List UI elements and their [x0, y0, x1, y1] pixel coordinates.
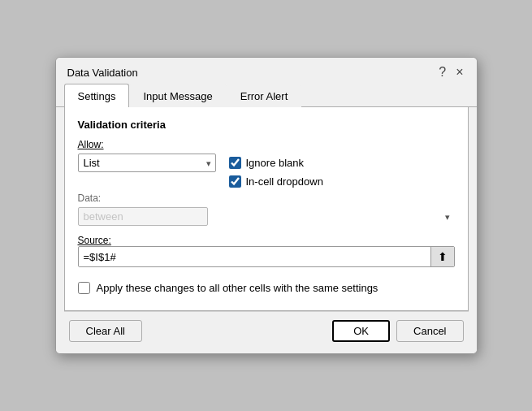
settings-content: Validation criteria Allow: List Ignore b…	[64, 107, 469, 311]
cancel-button[interactable]: Cancel	[396, 320, 463, 342]
expand-icon: ⬆	[438, 250, 448, 263]
footer: Clear All OK Cancel	[56, 312, 477, 353]
source-input[interactable]	[79, 248, 430, 266]
tab-error-alert[interactable]: Error Alert	[227, 84, 302, 107]
source-expand-button[interactable]: ⬆	[430, 247, 454, 266]
ok-button[interactable]: OK	[332, 320, 390, 342]
apply-row: Apply these changes to all other cells w…	[78, 282, 455, 294]
dialog-title: Data Validation	[67, 67, 138, 79]
data-validation-dialog: Data Validation ? × Settings Input Messa…	[55, 57, 478, 354]
data-label: Data:	[78, 193, 455, 204]
close-button[interactable]: ×	[454, 66, 465, 79]
allow-wrapper: List	[78, 154, 216, 172]
ignore-blank-label: Ignore blank	[246, 157, 305, 169]
in-cell-dropdown-row: In-cell dropdown	[229, 175, 323, 188]
tab-input-message[interactable]: Input Message	[129, 84, 226, 107]
apply-checkbox[interactable]	[78, 282, 90, 294]
source-label: Source:	[78, 235, 111, 246]
data-col: Data: between	[78, 193, 455, 226]
tab-settings[interactable]: Settings	[64, 84, 130, 107]
allow-label: Allow:	[78, 139, 216, 150]
section-title: Validation criteria	[78, 119, 455, 131]
clear-all-button[interactable]: Clear All	[69, 320, 142, 342]
title-bar: Data Validation ? ×	[56, 58, 477, 84]
ignore-blank-checkbox[interactable]	[229, 157, 241, 169]
checkboxes-col: Ignore blank In-cell dropdown	[229, 139, 323, 188]
footer-right-buttons: OK Cancel	[332, 320, 463, 342]
in-cell-dropdown-label: In-cell dropdown	[246, 175, 323, 188]
title-controls: ? ×	[437, 66, 465, 79]
in-cell-dropdown-checkbox[interactable]	[229, 175, 241, 188]
data-select[interactable]: between	[78, 207, 208, 226]
ignore-blank-row: Ignore blank	[229, 157, 323, 169]
source-section: Source: ⬆	[78, 234, 455, 267]
allow-select[interactable]: List	[78, 154, 216, 172]
data-wrapper: between	[78, 207, 455, 226]
source-input-row: ⬆	[78, 246, 455, 267]
allow-col: Allow: List	[78, 139, 216, 172]
tab-bar: Settings Input Message Error Alert	[56, 84, 477, 107]
apply-label: Apply these changes to all other cells w…	[97, 282, 378, 294]
help-button[interactable]: ?	[437, 66, 448, 79]
allow-row: Allow: List Ignore blank In-cell dropdow…	[78, 139, 455, 188]
